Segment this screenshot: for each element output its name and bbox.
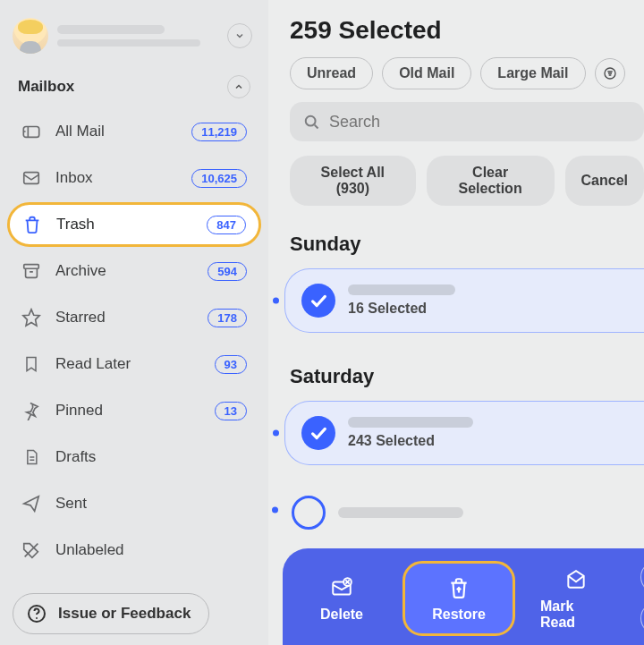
message-row-unselected[interactable]: [284, 490, 644, 530]
sidebar-item-count: 10,625: [191, 169, 247, 188]
group-card-sunday[interactable]: 16 Selected: [284, 268, 644, 333]
sidebar-section-title: Mailbox: [18, 78, 74, 96]
svg-rect-2: [24, 265, 39, 269]
action-label: Restore: [432, 607, 486, 623]
page-title: 259 Selected: [290, 16, 644, 45]
tag-off-icon: [21, 540, 41, 560]
sidebar-item-unlabeled[interactable]: Unlabeled: [9, 528, 259, 573]
mark-read-icon: [564, 568, 588, 591]
sidebar-item-inbox[interactable]: Inbox 10,625: [9, 156, 259, 200]
trash-icon: [22, 215, 42, 234]
sidebar-item-label: All Mail: [55, 123, 177, 140]
unchecked-circle-icon[interactable]: [292, 496, 326, 530]
search-input[interactable]: [329, 113, 631, 132]
paper-plane-icon: [21, 494, 41, 513]
group-body: 16 Selected: [348, 284, 455, 317]
sidebar-section-header: Mailbox: [9, 63, 259, 106]
chevron-up-icon: [233, 81, 244, 92]
selection-actions: Select All (930) Clear Selection Cancel: [290, 156, 644, 206]
sidebar-item-read-later[interactable]: Read Later 93: [9, 342, 259, 386]
action-mark-truncated[interactable]: Mar: [640, 561, 644, 593]
day-header-sunday: Sunday: [290, 233, 644, 256]
group-card-saturday[interactable]: 243 Selected: [284, 401, 644, 465]
all-mail-icon: [21, 122, 41, 141]
bottom-action-bar: Delete Restore Mark Read Mar Spa: [283, 548, 644, 645]
sidebar-item-label: Read Later: [55, 355, 200, 373]
action-label: Mark Read: [540, 598, 612, 631]
sidebar-item-label: Trash: [56, 216, 192, 233]
svg-rect-0: [23, 127, 38, 138]
search-icon: [302, 113, 320, 131]
help-icon: [26, 603, 47, 624]
sidebar-item-all-mail[interactable]: All Mail 11,219: [9, 109, 259, 154]
sidebar-item-trash[interactable]: Trash 847: [7, 202, 261, 247]
delete-mail-icon: [330, 576, 353, 599]
profile-row: [9, 14, 259, 63]
profile-name-placeholder: [57, 25, 165, 34]
feedback-label: Issue or Feedback: [58, 605, 191, 623]
avatar[interactable]: [13, 18, 48, 54]
chevron-down-icon: [234, 30, 245, 41]
sidebar: Mailbox All Mail 11,219 Inbox 10,625 Tra…: [0, 0, 268, 645]
sidebar-item-sent[interactable]: Sent: [9, 481, 259, 526]
svg-rect-1: [24, 173, 39, 184]
sidebar-item-count: 847: [207, 216, 246, 234]
sidebar-item-drafts[interactable]: Drafts: [9, 435, 259, 480]
sidebar-collapse-button[interactable]: [227, 75, 250, 98]
sidebar-item-label: Sent: [55, 495, 247, 513]
sender-placeholder: [348, 284, 455, 295]
group-selected-count: 243 Selected: [348, 433, 473, 449]
sidebar-item-label: Archive: [55, 262, 193, 280]
sender-placeholder: [348, 417, 473, 428]
search-box[interactable]: [290, 102, 644, 141]
sidebar-item-starred[interactable]: Starred 178: [9, 295, 259, 340]
restore-icon: [447, 576, 470, 599]
filter-lines-icon: [603, 66, 617, 81]
sidebar-item-label: Drafts: [55, 448, 247, 466]
sidebar-item-count: 11,219: [191, 123, 247, 141]
sender-placeholder: [338, 507, 463, 518]
svg-point-7: [306, 116, 316, 126]
sidebar-item-label: Pinned: [55, 402, 200, 420]
star-icon: [21, 308, 41, 327]
sidebar-item-count: 93: [215, 355, 247, 374]
action-spam-truncated[interactable]: Spa: [640, 602, 644, 634]
action-restore[interactable]: Restore: [402, 561, 515, 636]
action-label: Delete: [320, 607, 363, 623]
clear-selection-button[interactable]: Clear Selection: [427, 156, 555, 206]
sidebar-item-label: Inbox: [55, 169, 177, 187]
archive-icon: [21, 261, 41, 281]
secondary-actions: Mar Spa: [640, 561, 644, 636]
sidebar-item-archive[interactable]: Archive 594: [9, 249, 259, 293]
mailbox-list: All Mail 11,219 Inbox 10,625 Trash 847 A…: [9, 109, 259, 573]
sidebar-item-label: Unlabeled: [55, 541, 247, 559]
sidebar-item-pinned[interactable]: Pinned 13: [9, 388, 259, 433]
sidebar-item-count: 594: [208, 262, 247, 281]
filter-old-mail[interactable]: Old Mail: [382, 57, 471, 89]
cancel-selection-button[interactable]: Cancel: [565, 156, 644, 206]
feedback-button[interactable]: Issue or Feedback: [13, 593, 209, 634]
svg-marker-3: [23, 310, 39, 326]
sidebar-item-count: 178: [208, 309, 247, 327]
filter-row: Unread Old Mail Large Mail: [290, 57, 644, 89]
checkmark-icon[interactable]: [301, 284, 335, 318]
filter-more-button[interactable]: [595, 58, 625, 89]
bookmark-icon: [21, 354, 41, 374]
group-selected-count: 16 Selected: [348, 301, 455, 317]
profile-sub-placeholder: [57, 39, 200, 47]
select-all-button[interactable]: Select All (930): [290, 156, 416, 206]
document-icon: [21, 447, 41, 467]
sidebar-item-label: Starred: [55, 309, 193, 327]
checkmark-icon[interactable]: [301, 416, 335, 450]
filter-large-mail[interactable]: Large Mail: [480, 57, 585, 89]
group-body: 243 Selected: [348, 417, 473, 449]
inbox-icon: [21, 168, 41, 188]
day-header-saturday: Saturday: [290, 365, 644, 388]
svg-point-5: [36, 617, 38, 619]
profile-text: [57, 25, 218, 47]
action-mark-read[interactable]: Mark Read: [535, 561, 617, 636]
profile-expand-button[interactable]: [227, 23, 252, 48]
pin-icon: [21, 401, 41, 420]
filter-unread[interactable]: Unread: [290, 57, 373, 89]
action-delete[interactable]: Delete: [301, 561, 383, 636]
